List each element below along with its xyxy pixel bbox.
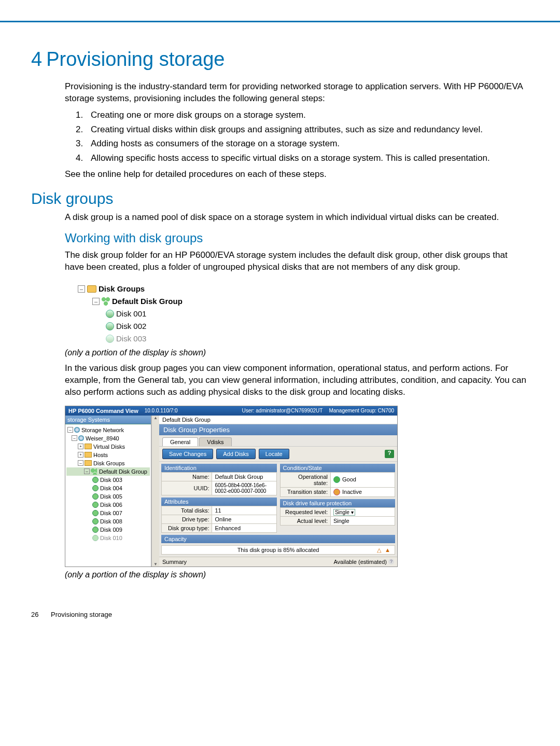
tree-label: Weiser_8940 (86, 435, 119, 441)
capacity-header: Capacity (161, 535, 395, 543)
disk-icon (106, 322, 114, 330)
tree-disk-item[interactable]: Disk 006 (66, 501, 150, 509)
folder-icon (87, 285, 96, 293)
app-ip: 10.0.0.110/7:0 (145, 408, 178, 413)
tree-disk-label: Disk 003 (116, 334, 146, 343)
protection-header: Disk drive failure protection (280, 499, 396, 507)
scroll-down-icon[interactable]: ▼ (153, 562, 158, 567)
tab-general[interactable]: General (162, 437, 198, 446)
breadcrumb: Default Disk Group (159, 416, 397, 424)
app-titlebar: HP P6000 Command View 10.0.0.110/7:0 Use… (65, 406, 397, 416)
req-level-value: Single (335, 509, 349, 515)
tree-group-label: Default Disk Group (112, 297, 183, 306)
footer-title: Provisioning storage (51, 611, 112, 618)
tree-virtual-disks[interactable]: +Virtual Disks (66, 443, 150, 451)
page-footer: 26 Provisioning storage (31, 611, 529, 618)
app-mgmt-group: Management Group: CN700 (329, 408, 394, 413)
nav-header: storage Systems (65, 416, 151, 424)
disk-icon (92, 527, 99, 533)
save-changes-button[interactable]: Save Changes (162, 449, 213, 459)
add-disks-button[interactable]: Add Disks (216, 449, 256, 459)
disk-icon (92, 535, 99, 541)
action-button-row: Save Changes Add Disks Locate ? (159, 446, 397, 462)
expand-icon[interactable]: – (67, 427, 73, 433)
step-item: Creating one or more disk groups on a st… (86, 109, 529, 121)
tab-vdisks[interactable]: Vdisks (199, 437, 231, 446)
trans-state-text: Inactive (342, 489, 362, 495)
uuid-value: 6005-08b4-000f-16e6-0002-e000-0007-0000 (212, 481, 276, 495)
locate-button[interactable]: Locate (259, 449, 289, 459)
help-icon[interactable]: ? (388, 559, 394, 564)
scrollbar[interactable]: ▲▼ (151, 416, 159, 567)
tree-label: Disk 005 (100, 493, 122, 500)
tree-label: Disk Groups (93, 460, 125, 466)
tree-disk-item[interactable]: Disk 010 (66, 534, 150, 542)
expand-icon[interactable]: – (78, 460, 83, 466)
help-button[interactable]: ? (385, 450, 394, 458)
tree-label: Disk 003 (100, 477, 122, 483)
tree-disk-item[interactable]: Disk 003 (66, 476, 150, 484)
name-key: Name: (162, 472, 212, 481)
tree-disk-row[interactable]: Disk 002 (67, 320, 529, 333)
disk-icon (106, 335, 114, 343)
steps-list: Creating one or more disk groups on a st… (75, 109, 529, 164)
disk-icon (106, 310, 114, 318)
uuid-key: UUID: (162, 481, 212, 495)
condition-header: Condition/State (280, 464, 396, 472)
disk-groups-paragraph: A disk group is a named pool of disk spa… (65, 212, 529, 224)
chapter-title-text: Provisioning storage (46, 48, 225, 70)
step-item: Creating virtual disks within disk group… (86, 123, 529, 136)
tree-disk-item[interactable]: Disk 007 (66, 509, 150, 517)
tree-disk-row[interactable]: Disk 003 (67, 333, 529, 345)
scroll-up-icon[interactable]: ▲ (153, 416, 158, 420)
app-user: User: administrator@CN769902UT (242, 408, 323, 413)
tree-hosts[interactable]: +Hosts (66, 451, 150, 459)
see-help-paragraph: See the online help for detailed procedu… (65, 169, 529, 181)
tree-disk-item[interactable]: Disk 008 (66, 517, 150, 526)
tab-strip: General Vdisks (159, 435, 397, 446)
attributes-header: Attributes (161, 498, 277, 506)
step-item: Allowing specific hosts access to specif… (86, 152, 529, 164)
tree-default-disk-group[interactable]: –Default Disk Group (66, 467, 150, 476)
tree-figure-disk-groups: – Disk Groups – Default Disk Group Disk … (67, 283, 529, 345)
expand-icon[interactable]: + (78, 452, 83, 458)
op-state-text: Good (342, 476, 356, 482)
disk-group-type-value: Enhanced (212, 523, 276, 532)
capacity-message-row: This disk group is 85% allocated △ ▲ (161, 545, 395, 555)
disk-group-icon (91, 468, 97, 475)
disk-icon (92, 485, 99, 491)
tree-disk-row[interactable]: Disk 001 (67, 308, 529, 320)
tree-disk-item[interactable]: Disk 005 (66, 492, 150, 501)
tree-label: Disk 004 (100, 485, 122, 491)
warning-icons: △ ▲ (377, 547, 391, 554)
tree-disk-item[interactable]: Disk 009 (66, 526, 150, 534)
page-number: 26 (31, 611, 38, 618)
expand-icon[interactable]: + (78, 444, 83, 449)
tree-label: Hosts (93, 452, 108, 458)
tree-label: Disk 007 (100, 510, 122, 516)
disk-icon (92, 502, 99, 508)
condition-table: Operational state:Good Transition state:… (280, 472, 396, 498)
tree-label: Storage Network (81, 427, 124, 433)
nav-tree-pane: storage Systems –Storage Network –Weiser… (65, 416, 151, 567)
collapse-icon[interactable]: – (78, 285, 85, 293)
expand-icon[interactable]: – (84, 468, 90, 474)
expand-icon[interactable]: – (72, 435, 77, 441)
identification-header: Identification (161, 464, 277, 472)
network-icon (74, 427, 80, 433)
requested-level-select[interactable]: Single ▾ (333, 509, 355, 516)
chapter-title: 4Provisioning storage (31, 48, 529, 71)
app-name: HP P6000 Command View (68, 408, 138, 414)
tree-root-row[interactable]: – Disk Groups (67, 283, 529, 295)
total-disks-key: Total disks: (162, 506, 212, 515)
figure-caption: (only a portion of the display is shown) (65, 570, 529, 579)
tree-disk-item[interactable]: Disk 004 (66, 484, 150, 492)
summary-label: Summary (162, 559, 187, 565)
section-disk-groups: Disk groups (31, 190, 529, 208)
tree-storage-network[interactable]: –Storage Network (66, 426, 150, 434)
collapse-icon[interactable]: – (92, 298, 100, 305)
disk-icon (92, 477, 99, 483)
tree-system[interactable]: –Weiser_8940 (66, 434, 150, 443)
tree-group-row[interactable]: – Default Disk Group (67, 295, 529, 308)
tree-disk-groups[interactable]: –Disk Groups (66, 459, 150, 467)
